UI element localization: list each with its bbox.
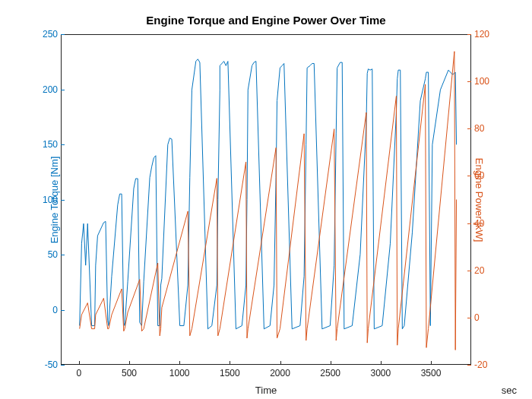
y-tick-left: 150 — [43, 139, 58, 150]
y-tick-left: 0 — [52, 305, 58, 315]
x-tick-mark — [381, 361, 382, 365]
y-tick-right: 120 — [474, 29, 489, 40]
x-tick-mark — [230, 361, 230, 365]
x-tick-mark — [331, 361, 331, 365]
y-tick-right: 100 — [474, 76, 489, 87]
y-tick-mark-left — [61, 90, 65, 90]
y-tick-mark-right — [467, 81, 471, 82]
y-tick-right: 0 — [474, 312, 480, 323]
y-tick-mark-right — [467, 365, 471, 366]
x-tick-mark — [280, 361, 281, 365]
x-tick-mark — [179, 361, 180, 365]
x-tick-mark — [129, 361, 130, 365]
y-tick-right: -20 — [474, 359, 487, 370]
x-tick: 1500 — [220, 368, 240, 378]
y-tick-mark-left — [61, 200, 65, 201]
y-tick-mark-right — [467, 223, 471, 224]
y-tick-left: 50 — [48, 249, 58, 260]
x-axis-label: Time — [0, 385, 532, 396]
plot-svg — [62, 35, 470, 364]
y-tick-left: 100 — [43, 195, 58, 205]
y-tick-left: 200 — [43, 84, 58, 95]
x-axis-unit: sec — [502, 385, 517, 396]
x-tick: 2000 — [270, 368, 290, 378]
y-tick-mark-left — [61, 365, 65, 366]
x-tick: 1000 — [169, 368, 190, 378]
y-tick-mark-right — [467, 176, 471, 176]
y-tick-mark-right — [467, 318, 471, 318]
chart-title: Engine Torque and Engine Power Over Time — [0, 14, 532, 27]
y-tick-left: 250 — [43, 29, 58, 40]
y-tick-right: 60 — [474, 170, 484, 181]
plot-area — [61, 34, 471, 365]
power-series-line — [80, 52, 457, 350]
y-tick-left: -50 — [45, 359, 58, 370]
y-tick-mark-left — [61, 144, 65, 145]
y-tick-mark-right — [467, 34, 471, 35]
x-tick: 3500 — [421, 368, 442, 378]
x-tick: 2500 — [320, 368, 340, 378]
x-tick: 0 — [76, 368, 81, 378]
y-tick-right: 20 — [474, 265, 484, 276]
y-tick-mark-left — [61, 34, 65, 35]
y-tick-right: 80 — [474, 123, 484, 134]
y-tick-mark-right — [467, 271, 471, 271]
y-tick-mark-left — [61, 310, 65, 311]
x-tick: 500 — [122, 368, 137, 378]
y-tick-mark-left — [61, 255, 65, 255]
x-tick: 3000 — [371, 368, 391, 378]
y-tick-right: 40 — [474, 218, 484, 229]
chart-figure: Engine Torque and Engine Power Over Time… — [0, 0, 532, 399]
x-tick-mark — [79, 361, 80, 365]
y-tick-mark-right — [467, 128, 471, 129]
x-tick-mark — [431, 361, 432, 365]
